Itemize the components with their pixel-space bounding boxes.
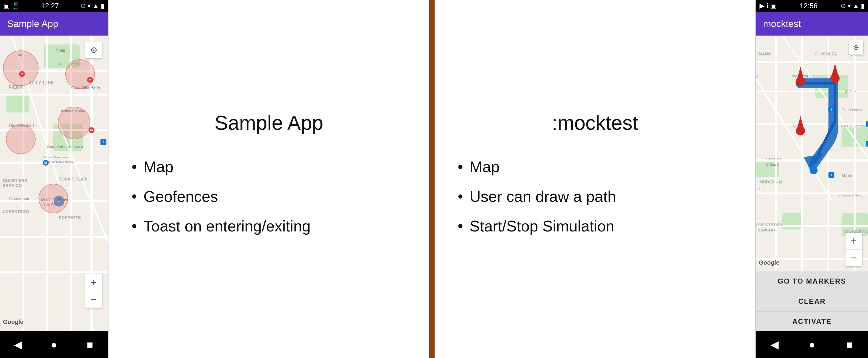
map-buttons-container: GO TO MARKERS CLEAR ACTIVATE (756, 271, 868, 331)
slide-divider (429, 0, 435, 358)
svg-text:Milan: Milan (842, 173, 852, 178)
bullet-dot-1 (132, 165, 136, 169)
right-zoom-out-button[interactable]: − (845, 250, 862, 266)
geofence-1 (3, 51, 38, 86)
back-button[interactable]: ◀ (6, 333, 30, 357)
right-map: REGNANO GHISOLFA PORTELLO QT8 SIRO Arco.… (756, 36, 868, 331)
crosshair-icon: ⊕ (90, 45, 97, 55)
slide2-bullet-dot-3 (458, 224, 462, 228)
svg-text:d...: d... (760, 186, 765, 191)
svg-text:EBRAICO: EBRAICO (3, 183, 22, 188)
slide1-bullets: Map Geofences Toast on entering/exiting (132, 158, 406, 247)
right-home-button[interactable]: ● (800, 333, 824, 357)
location-icon-right: ⊕ (840, 2, 846, 10)
svg-text:ISOLA: ISOLA (845, 90, 857, 94)
slide2-title: :mocktest (458, 111, 732, 134)
right-app-bar: mocktest (756, 12, 868, 36)
battery-icon: ▮ (101, 2, 104, 10)
left-phone: ▣ 📱 12:27 ⊕ ▾ ▲ ▮ Sample App (0, 0, 108, 358)
bullet-item-1: Map (132, 158, 406, 176)
bullet-item-3: Toast on entering/exiting (132, 217, 406, 235)
zoom-out-button[interactable]: − (85, 291, 102, 307)
google-logo: Google (3, 319, 24, 325)
geofence-3 (58, 107, 90, 139)
wifi-icon: ▾ (88, 2, 91, 10)
play-icon: ▶ (760, 2, 765, 10)
slide1-title: Sample App (132, 111, 406, 134)
svg-text:SUL NAVIGLIO: SUL NAVIGLIO (756, 228, 775, 232)
left-map: Viale Viale Corso Sempione CITY LIFE FIE… (0, 36, 108, 331)
svg-text:i: i (831, 107, 832, 111)
svg-text:QUARTIERE: QUARTIERE (3, 178, 27, 183)
left-status-bar: ▣ 📱 12:27 ⊕ ▾ ▲ ▮ (0, 0, 108, 12)
bullet-text-2: Geofences (144, 188, 218, 205)
left-app-title: Sample App (7, 19, 58, 29)
bullet-text-3: Toast on entering/exiting (144, 217, 311, 235)
geofence-2 (65, 59, 95, 89)
svg-text:della Scienza e della...: della Scienza e della... (44, 160, 74, 163)
wifi-icon-right: ▾ (847, 2, 851, 10)
right-zoom-controls: + − (845, 233, 862, 266)
svg-text:SAN CRISTOFORO: SAN CRISTOFORO (756, 223, 782, 227)
slide-1: Sample App Map Geofences Toast on enteri… (108, 0, 429, 358)
geofence-4 (6, 125, 36, 154)
svg-text:Castello Sforzesco: Castello Sforzesco (838, 124, 868, 128)
svg-text:Viale: Viale (56, 48, 65, 53)
left-nav-bar: ◀ ● ■ (0, 331, 108, 358)
svg-text:GHISOLFA: GHISOLFA (815, 52, 837, 56)
left-time: 12:27 (41, 2, 59, 10)
svg-text:i: i (103, 140, 104, 144)
right-nav-bar: ◀ ● ■ (756, 331, 868, 358)
location-button[interactable]: ⊕ (85, 41, 102, 58)
zoom-controls: + − (85, 274, 102, 307)
right-back-button[interactable]: ◀ (763, 333, 786, 357)
recent-button[interactable]: ■ (78, 333, 102, 357)
bullet-dot-3 (132, 224, 136, 228)
signal-icon: ▲ (92, 2, 99, 10)
right-phone: ▶ ℹ ▣ 12:56 ⊕ ▾ ▲ ▮ mocktest (755, 0, 868, 358)
crosshair-icon-right: ⊕ (853, 43, 859, 52)
svg-text:REGNANO: REGNANO (756, 52, 771, 56)
right-zoom-in-button[interactable]: + (845, 233, 862, 249)
zoom-in-button[interactable]: + (85, 274, 102, 291)
slide2-bullet-dot-1 (458, 165, 462, 169)
slide2-bullet-text-1: Map (470, 158, 499, 176)
svg-text:Santa Maria delle Grazie: Santa Maria delle Grazie (47, 145, 83, 149)
right-recent-button[interactable]: ■ (837, 333, 861, 357)
right-location-button[interactable]: ⊕ (849, 40, 863, 55)
slide-2: :mocktest Map User can draw a path Start… (435, 0, 755, 358)
svg-text:SIRO: SIRO (756, 98, 758, 102)
right-google-logo: Google (759, 259, 779, 266)
slide2-bullet-item-1: Map (458, 158, 732, 176)
phone-icon: 📱 (11, 2, 20, 10)
geofence-5 (38, 184, 68, 214)
svg-text:FOPPETTE: FOPPETTE (59, 215, 81, 220)
activate-button[interactable]: ACTIVATE (756, 311, 868, 331)
slide2-bullet-dot-2 (458, 194, 462, 199)
location-icon: ⊕ (80, 2, 86, 10)
slide2-bullet-text-2: User can draw a path (470, 188, 616, 205)
svg-text:Museo Nazionale: Museo Nazionale (44, 156, 67, 159)
right-time: 12:56 (800, 2, 817, 10)
svg-text:Colonne di San L...: Colonne di San L... (838, 194, 866, 197)
svg-text:MUDEC - M...: MUDEC - M... (760, 180, 786, 184)
clear-button[interactable]: CLEAR (756, 291, 868, 311)
svg-rect-94 (866, 121, 868, 127)
svg-text:Porta Nuova: Porta Nuova (842, 107, 864, 112)
slide2-bullet-item-3: Start/Stop Simulation (458, 217, 732, 235)
sim-icon: ▣ (4, 2, 10, 10)
bullet-text-1: Map (144, 158, 174, 176)
slide2-bullet-item-2: User can draw a path (458, 188, 732, 205)
svg-rect-96 (866, 141, 868, 147)
svg-text:LORENTEGG: LORENTEGG (3, 209, 29, 214)
right-app-title: mocktest (763, 19, 801, 29)
svg-text:le Grazie: le Grazie (766, 163, 779, 166)
svg-text:Santa Ma...: Santa Ma... (766, 157, 784, 161)
go-to-markers-button[interactable]: GO TO MARKERS (756, 271, 868, 291)
svg-text:ZONA SOLARI: ZONA SOLARI (59, 176, 88, 182)
home-button[interactable]: ● (42, 333, 66, 357)
info-icon: ℹ (766, 2, 769, 10)
svg-text:M: M (44, 161, 47, 164)
bullet-item-2: Geofences (132, 188, 406, 205)
svg-text:Via Lorentegg: Via Lorentegg (9, 197, 29, 200)
